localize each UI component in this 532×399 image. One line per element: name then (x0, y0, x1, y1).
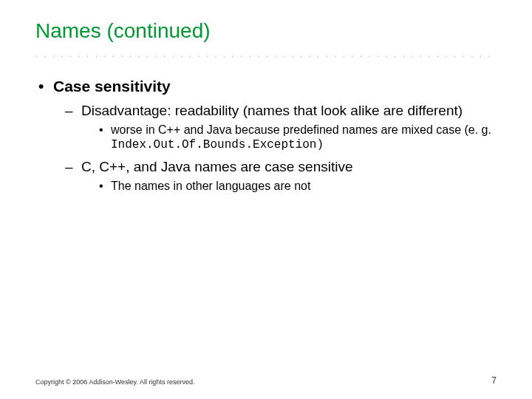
bullet-text: Disadvantage: readability (names that lo… (81, 103, 473, 119)
bullet-text: C, C++, and Java names are case sensitiv… (81, 159, 473, 175)
bullet-level-3: •The names in other languages are not (99, 180, 497, 193)
bullet-dash-icon: – (65, 103, 81, 119)
content: •Case sensitivity –Disadvantage: readabi… (35, 78, 497, 193)
bullet-dot-icon: • (99, 180, 111, 193)
bullet-dot-icon: • (99, 123, 111, 137)
bullet-level-2: –C, C++, and Java names are case sensiti… (65, 159, 497, 175)
bullet-dash-icon: – (65, 159, 81, 175)
bullet-text: Case sensitivity (53, 78, 445, 95)
divider-dots: . . . . . . . . . . . . . . . . . . . . … (35, 50, 497, 58)
slide-title: Names (continued) (35, 19, 497, 43)
bullet-text: The names in other languages are not (111, 180, 495, 193)
page-number: 7 (491, 375, 497, 386)
slide: Names (continued) . . . . . . . . . . . … (0, 0, 532, 399)
bullet-text: worse in C++ and Java because predefined… (111, 123, 495, 137)
copyright-text: Copyright © 2006 Addison-Wesley. All rig… (35, 378, 194, 386)
bullet-level-2: –Disadvantage: readability (names that l… (65, 103, 497, 119)
bullet-level-3: •worse in C++ and Java because predefine… (99, 123, 497, 137)
bullet-level-1: •Case sensitivity (38, 78, 497, 95)
bullet-dot-icon: • (38, 78, 53, 95)
code-text: Index.Out.Of.Bounds.Exception) (111, 138, 497, 151)
footer: Copyright © 2006 Addison-Wesley. All rig… (35, 378, 497, 386)
